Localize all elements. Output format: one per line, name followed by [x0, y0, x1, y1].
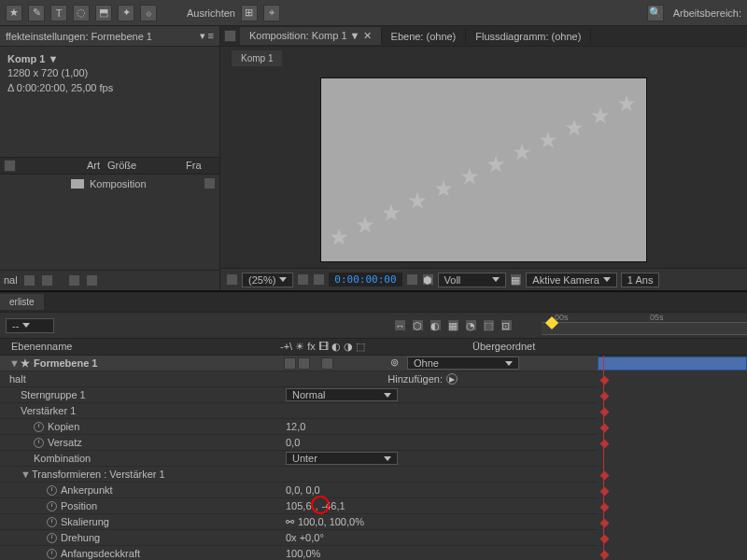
prop-value[interactable]: 12,0 — [286, 421, 305, 432]
offset-row[interactable]: Versatz 0,0 — [0, 435, 598, 451]
link-icon[interactable]: ⚯ — [286, 516, 294, 528]
col-parent[interactable]: Übergeordnet — [467, 339, 747, 355]
tab-layer[interactable]: Ebene: (ohne) — [382, 28, 467, 45]
comp-subtab[interactable]: Komp 1 — [232, 50, 282, 66]
switch-icon[interactable] — [321, 357, 333, 370]
prop-value[interactable]: 0x +0,0° — [286, 532, 324, 543]
shy-icon[interactable]: ↔ — [394, 319, 406, 331]
keyframe-icon[interactable] — [600, 408, 610, 417]
add-icon[interactable]: ▶ — [446, 373, 458, 385]
project-item-row[interactable]: Komposition — [0, 175, 219, 192]
grid-icon[interactable]: ⊞ — [241, 5, 258, 21]
col-type[interactable]: Art — [20, 160, 104, 172]
misc-icon[interactable]: ⊡ — [500, 319, 513, 331]
keyframe-icon[interactable] — [600, 471, 610, 481]
prop-value-x[interactable]: 105,6 — [286, 500, 312, 511]
switch-icon[interactable] — [284, 357, 296, 370]
tab-composition[interactable]: Komposition: Komp 1 ▼ ✕ — [240, 27, 382, 45]
keyframe-icon[interactable] — [600, 392, 610, 401]
bin-icon[interactable] — [23, 274, 35, 287]
stopwatch-icon[interactable] — [47, 501, 57, 511]
tool-icon[interactable]: ⟐ — [140, 5, 157, 21]
tool-icon[interactable]: ✎ — [28, 5, 45, 21]
layer-bar[interactable] — [598, 357, 747, 371]
new-comp-icon[interactable] — [68, 274, 80, 287]
timeline-tab[interactable]: erliste — [0, 294, 44, 310]
contents-row[interactable]: halt Hinzufügen:▶ — [0, 371, 598, 387]
tool-icon[interactable]: ◌ — [73, 5, 90, 21]
copies-row[interactable]: Kopien 12,0 — [0, 419, 598, 435]
composite-dropdown[interactable]: Unter — [286, 452, 398, 465]
keyframe-icon[interactable] — [600, 519, 610, 528]
camera-dropdown[interactable]: Aktive Kamera — [526, 273, 617, 287]
resolution-dropdown[interactable]: Voll — [438, 273, 507, 287]
new-folder-icon[interactable] — [41, 274, 53, 287]
prop-value[interactable]: 100,0, 100,0% — [298, 516, 364, 527]
time-ruler[interactable]: 00s 05s — [542, 313, 747, 338]
region-icon[interactable] — [226, 273, 238, 286]
stopwatch-icon[interactable] — [34, 438, 44, 448]
collapse-icon[interactable]: ⬡ — [412, 319, 424, 331]
layer-row[interactable]: ▼★Formebene 1 ⊚Ohne — [0, 356, 598, 371]
col-layer-name[interactable]: Ebenenname — [0, 339, 280, 355]
timecode-display[interactable]: -- — [6, 318, 54, 333]
viewport[interactable] — [220, 66, 747, 268]
prop-value-y[interactable]: -46,1 — [322, 500, 345, 511]
keyframe-icon[interactable] — [600, 376, 610, 385]
stargroup-row[interactable]: Sterngruppe 1 Normal — [0, 387, 598, 403]
cti-line[interactable] — [603, 356, 604, 560]
stopwatch-icon[interactable] — [47, 533, 57, 543]
keyframe-icon[interactable] — [600, 424, 610, 433]
stopwatch-icon[interactable] — [47, 549, 57, 559]
snap-icon[interactable]: ⌖ — [263, 5, 280, 21]
tool-icon[interactable]: ⬒ — [95, 5, 112, 21]
lock-icon[interactable] — [224, 30, 236, 42]
prop-value[interactable]: 0,0, 0,0 — [286, 484, 320, 496]
position-row[interactable]: Position 105,6,-46,1 — [0, 498, 598, 514]
switch-icon[interactable] — [298, 357, 310, 370]
channel-icon[interactable]: ⬢ — [422, 273, 434, 286]
3d-icon[interactable]: ⬚ — [483, 319, 495, 331]
keyframe-icon[interactable] — [600, 551, 610, 560]
scale-row[interactable]: Skalierung ⚯100,0, 100,0% — [0, 514, 598, 530]
prop-value[interactable]: 0,0 — [286, 437, 300, 448]
keyframe-icon[interactable] — [600, 503, 610, 512]
tool-icon[interactable]: ★ — [6, 5, 22, 21]
quality-icon[interactable]: ◐ — [430, 319, 442, 331]
flowchart-icon[interactable] — [204, 177, 216, 189]
zoom-dropdown[interactable]: (25%) — [242, 273, 293, 287]
col-size[interactable]: Größe — [107, 160, 182, 172]
effects-tab[interactable]: ffekteinstellungen: Formebene 1 ▾ ≡ — [0, 26, 219, 47]
transform-row[interactable]: ▼Transformieren : Verstärker 1 — [0, 467, 598, 483]
grid-toggle-icon[interactable] — [297, 273, 309, 286]
snapshot-icon[interactable] — [406, 273, 418, 286]
keyframe-icon[interactable] — [600, 487, 610, 497]
stopwatch-icon[interactable] — [47, 517, 57, 527]
transparency-icon[interactable]: ▦ — [510, 273, 522, 286]
tool-icon[interactable]: ✦ — [118, 5, 134, 21]
graph-icon[interactable]: ◔ — [465, 319, 477, 331]
guides-icon[interactable] — [313, 273, 325, 286]
label-col-icon[interactable] — [4, 160, 16, 172]
composite-row[interactable]: Kombination Unter — [0, 451, 598, 467]
keyframe-icon[interactable] — [600, 440, 610, 449]
workspace-label[interactable]: Arbeitsbereich: — [673, 7, 741, 19]
current-time[interactable]: 0:00:00:00 — [329, 273, 402, 287]
keyframe-icon[interactable] — [600, 535, 610, 544]
opacity-row[interactable]: Anfangsdeckkraft 100,0% — [0, 546, 598, 560]
blendmode-dropdown[interactable]: Normal — [286, 388, 398, 401]
repeater-row[interactable]: Verstärker 1 — [0, 403, 598, 419]
prop-value[interactable]: 100,0% — [286, 548, 320, 559]
panel-menu-icon[interactable]: ▾ ≡ — [200, 30, 214, 42]
stopwatch-icon[interactable] — [47, 485, 57, 496]
anchor-row[interactable]: Ankerpunkt 0,0, 0,0 — [0, 483, 598, 498]
motion-blur-icon[interactable]: ▦ — [447, 319, 459, 331]
bpc-icon[interactable] — [86, 274, 98, 287]
tool-icon[interactable]: T — [50, 5, 67, 21]
tab-flowchart[interactable]: Flussdiagramm: (ohne) — [466, 28, 591, 45]
composition-canvas[interactable] — [321, 78, 646, 261]
rotation-row[interactable]: Drehung 0x +0,0° — [0, 530, 598, 546]
stopwatch-icon[interactable] — [34, 422, 44, 432]
views-dropdown[interactable]: 1 Ans — [621, 273, 660, 287]
search-icon[interactable]: 🔍 — [647, 5, 664, 21]
